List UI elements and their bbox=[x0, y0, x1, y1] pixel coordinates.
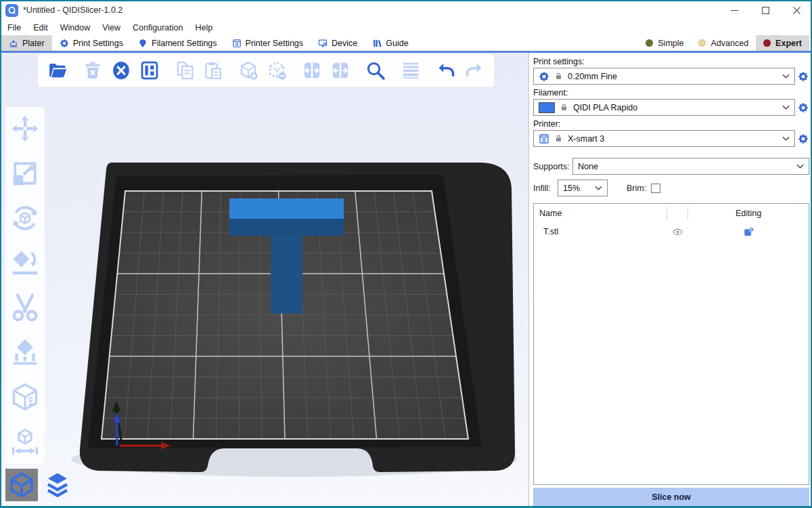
place-on-face-icon bbox=[10, 248, 40, 278]
seam-tool-button[interactable] bbox=[9, 381, 41, 413]
chevron-down-icon bbox=[782, 105, 790, 110]
infill-value: 15% bbox=[563, 184, 590, 193]
visibility-column-header bbox=[667, 207, 688, 220]
3d-viewport[interactable] bbox=[0, 53, 529, 508]
app-window: *Untitled - QIDISlicer-1.0.2 File Edit W… bbox=[0, 0, 812, 508]
preview-view-button[interactable] bbox=[41, 469, 74, 501]
mode-advanced[interactable]: Advanced bbox=[691, 35, 756, 51]
maximize-button[interactable] bbox=[750, 0, 781, 20]
menu-help[interactable]: Help bbox=[189, 20, 219, 35]
arrange-icon bbox=[139, 60, 160, 81]
build-plate-scene bbox=[0, 53, 529, 508]
gear-icon bbox=[60, 39, 69, 48]
device-icon bbox=[318, 39, 328, 48]
filament-icon bbox=[138, 39, 148, 48]
move-tool-button[interactable] bbox=[9, 112, 41, 145]
expert-mode-dot-icon bbox=[763, 39, 771, 47]
print-settings-combo[interactable]: 0.20mm Fine bbox=[533, 68, 795, 85]
menu-edit[interactable]: Edit bbox=[27, 20, 54, 35]
copy-button[interactable] bbox=[171, 55, 199, 86]
menu-configuration[interactable]: Configuration bbox=[127, 20, 189, 35]
split-to-objects-button[interactable] bbox=[298, 55, 326, 86]
copy-icon bbox=[175, 60, 195, 81]
mode-expert[interactable]: Expert bbox=[756, 35, 809, 51]
layers-icon bbox=[43, 471, 72, 499]
split-to-parts-button[interactable] bbox=[326, 55, 355, 86]
eye-icon[interactable] bbox=[672, 226, 683, 238]
object-name: T.stl bbox=[534, 227, 667, 236]
object-settings-icon[interactable] bbox=[743, 226, 754, 238]
editing-column-header: Editing bbox=[688, 209, 809, 218]
tab-device[interactable]: Device bbox=[311, 35, 365, 51]
tab-filament-settings[interactable]: Filament Settings bbox=[131, 35, 225, 51]
place-on-face-tool-button[interactable] bbox=[9, 247, 41, 279]
scale-tool-button[interactable] bbox=[9, 157, 41, 190]
redo-icon bbox=[464, 60, 484, 81]
chevron-down-icon bbox=[796, 164, 804, 169]
menu-file[interactable]: File bbox=[1, 20, 27, 35]
rotate-tool-button[interactable] bbox=[9, 202, 41, 234]
split-parts-icon bbox=[330, 60, 351, 81]
variable-layer-height-button[interactable] bbox=[397, 55, 425, 86]
sidebar: Print settings: 0.20mm Fine Filament: QI… bbox=[529, 53, 811, 508]
infill-label: Infill: bbox=[533, 184, 558, 193]
view-switch bbox=[5, 469, 74, 501]
paste-icon bbox=[203, 60, 223, 81]
open-project-button[interactable] bbox=[43, 55, 72, 86]
print-settings-gear-button[interactable] bbox=[797, 70, 809, 83]
remove-instance-button[interactable] bbox=[263, 55, 291, 86]
cut-tool-button[interactable] bbox=[9, 291, 41, 324]
lock-icon bbox=[560, 103, 568, 112]
slice-now-button[interactable]: Slice now bbox=[533, 488, 809, 506]
tab-bar: Plater Print Settings Filament Settings … bbox=[0, 35, 812, 53]
3d-editor-view-button[interactable] bbox=[5, 469, 38, 501]
window-title: *Untitled - QIDISlicer-1.0.2 bbox=[23, 5, 122, 15]
seam-icon bbox=[10, 382, 40, 412]
tab-printer-settings[interactable]: Printer Settings bbox=[225, 35, 311, 51]
cube-icon bbox=[7, 471, 36, 499]
object-row[interactable]: T.stl bbox=[534, 222, 809, 241]
printer-gear-button[interactable] bbox=[797, 132, 809, 146]
lock-icon bbox=[554, 72, 563, 81]
print-settings-label: Print settings: bbox=[533, 57, 809, 66]
add-instance-button[interactable] bbox=[234, 55, 263, 86]
printer-combo[interactable]: X-smart 3 bbox=[533, 130, 795, 147]
printer-label: Printer: bbox=[533, 119, 809, 129]
filament-gear-button[interactable] bbox=[797, 101, 809, 114]
delete-all-button[interactable] bbox=[107, 55, 135, 86]
paint-support-tool-button[interactable] bbox=[9, 336, 41, 368]
printer-icon bbox=[232, 39, 242, 48]
search-button[interactable] bbox=[361, 55, 390, 86]
measure-tool-button[interactable] bbox=[9, 425, 41, 458]
brim-checkbox[interactable] bbox=[651, 184, 660, 193]
undo-icon bbox=[436, 60, 456, 81]
arrange-button[interactable] bbox=[135, 55, 164, 86]
add-instance-icon bbox=[238, 60, 258, 81]
guide-icon bbox=[372, 39, 382, 48]
minimize-button[interactable] bbox=[719, 0, 750, 20]
redo-button[interactable] bbox=[460, 55, 489, 86]
print-settings-value: 0.20mm Fine bbox=[568, 72, 777, 81]
tab-plater[interactable]: Plater bbox=[1, 35, 52, 51]
printer-icon bbox=[539, 133, 549, 144]
tab-guide[interactable]: Guide bbox=[365, 35, 415, 51]
menu-window[interactable]: Window bbox=[54, 20, 96, 35]
supports-combo[interactable]: None bbox=[572, 158, 809, 175]
remove-instance-icon bbox=[267, 60, 287, 81]
filament-combo[interactable]: QIDI PLA Rapido bbox=[533, 99, 795, 116]
left-toolbar bbox=[5, 107, 45, 463]
mode-simple[interactable]: Simple bbox=[638, 35, 691, 51]
object-list-header: Name Editing bbox=[534, 204, 809, 222]
infill-combo[interactable]: 15% bbox=[558, 179, 608, 196]
menu-view[interactable]: View bbox=[96, 20, 127, 35]
tab-print-settings[interactable]: Print Settings bbox=[52, 35, 131, 51]
undo-button[interactable] bbox=[432, 55, 460, 86]
top-toolbar bbox=[38, 54, 494, 87]
layer-height-icon bbox=[401, 60, 421, 81]
chevron-down-icon bbox=[782, 74, 790, 79]
app-logo-icon bbox=[5, 4, 18, 17]
support-icon bbox=[10, 337, 40, 367]
close-button[interactable] bbox=[781, 0, 812, 20]
paste-button[interactable] bbox=[199, 55, 227, 86]
delete-button[interactable] bbox=[78, 55, 107, 86]
